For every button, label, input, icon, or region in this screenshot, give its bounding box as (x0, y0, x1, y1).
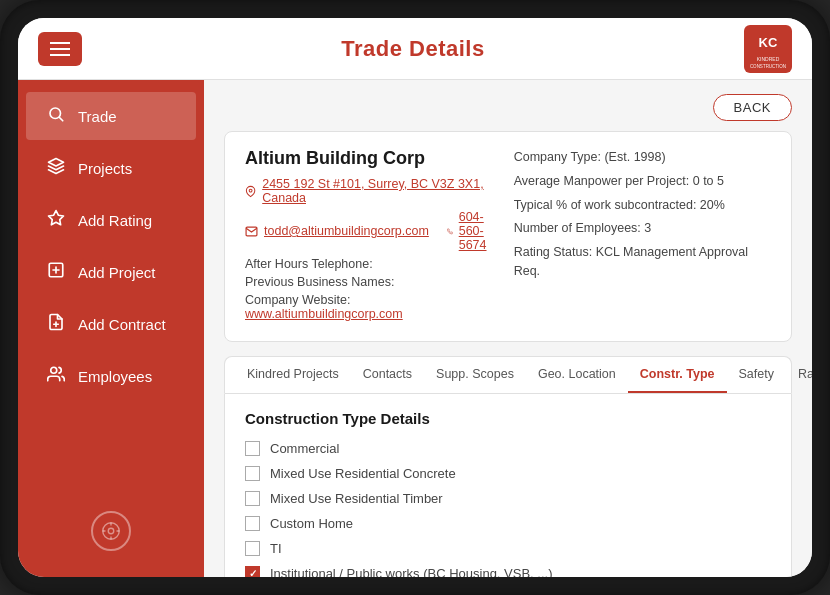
sidebar-label-trade: Trade (78, 108, 117, 125)
label-custom-home: Custom Home (270, 516, 353, 531)
main-content: BACK Altium Building Corp 2455 192 St #1… (204, 80, 812, 577)
checkbox-row-mixed-concrete: Mixed Use Residential Concrete (245, 466, 771, 481)
file-plus-icon (46, 313, 66, 335)
label-ti: TI (270, 541, 282, 556)
sidebar-item-add-project[interactable]: Add Project (26, 248, 196, 296)
checkbox-mixed-timber[interactable] (245, 491, 260, 506)
checkbox-row-custom-home: Custom Home (245, 516, 771, 531)
page-title: Trade Details (341, 36, 484, 62)
email-icon (245, 225, 258, 238)
location-icon (245, 185, 256, 198)
previous-business-row: Previous Business Names: (245, 275, 494, 289)
email-link[interactable]: todd@altiumbuildingcorp.com (264, 224, 429, 238)
sidebar-footer (18, 495, 204, 567)
back-button[interactable]: BACK (713, 94, 792, 121)
checkbox-institutional[interactable] (245, 566, 260, 577)
tab-supp-scopes[interactable]: Supp. Scopes (424, 357, 526, 393)
brand-logo: KC KINDRED CONSTRUCTION (744, 25, 792, 73)
company-card: Altium Building Corp 2455 192 St #101, S… (224, 131, 792, 342)
app-header: Trade Details KC KINDRED CONSTRUCTION (18, 18, 812, 80)
website-row: Company Website: www.altiumbuildingcorp.… (245, 293, 494, 321)
sidebar-footer-icon (91, 511, 131, 551)
hamburger-menu-button[interactable] (38, 32, 82, 66)
header-left (38, 32, 82, 66)
svg-point-20 (249, 189, 252, 192)
back-row: BACK (224, 94, 792, 121)
svg-point-15 (108, 528, 114, 534)
sidebar-label-projects: Projects (78, 160, 132, 177)
checkbox-commercial[interactable] (245, 441, 260, 456)
main-layout: Trade Projects (18, 80, 812, 577)
phone-icon (447, 225, 453, 238)
avg-manpower: Average Manpower per Project: 0 to 5 (514, 172, 771, 191)
label-mixed-timber: Mixed Use Residential Timber (270, 491, 443, 506)
rating-status: Rating Status: KCL Management Approval R… (514, 243, 771, 281)
checkbox-row-ti: TI (245, 541, 771, 556)
svg-text:CONSTRUCTION: CONSTRUCTION (750, 64, 786, 69)
previous-business-label: Previous Business Names: (245, 275, 394, 289)
sidebar-item-add-contract[interactable]: Add Contract (26, 300, 196, 348)
company-type: Company Type: (Est. 1998) (514, 148, 771, 167)
company-name: Altium Building Corp (245, 148, 494, 169)
sidebar-label-add-project: Add Project (78, 264, 156, 281)
contact-row: todd@altiumbuildingcorp.com 604-560-5674 (245, 210, 494, 252)
tab-safety[interactable]: Safety (727, 357, 786, 393)
sidebar: Trade Projects (18, 80, 204, 577)
layers-icon (46, 157, 66, 179)
label-commercial: Commercial (270, 441, 339, 456)
svg-line-5 (59, 117, 62, 120)
users-icon (46, 365, 66, 387)
address-link[interactable]: 2455 192 St #101, Surrey, BC V3Z 3X1, Ca… (262, 177, 493, 205)
svg-text:KC: KC (759, 35, 778, 50)
search-icon (46, 105, 66, 127)
tab-constr-type[interactable]: Constr. Type (628, 357, 727, 393)
checkbox-ti[interactable] (245, 541, 260, 556)
svg-marker-6 (49, 159, 64, 167)
tab-geo-location[interactable]: Geo. Location (526, 357, 628, 393)
company-info-left: Altium Building Corp 2455 192 St #101, S… (245, 148, 494, 325)
sidebar-item-employees[interactable]: Employees (26, 352, 196, 400)
checkbox-row-institutional: Institutional / Public works (BC Housing… (245, 566, 771, 577)
svg-point-13 (51, 367, 57, 373)
label-mixed-concrete: Mixed Use Residential Concrete (270, 466, 456, 481)
tab-kindred-projects[interactable]: Kindred Projects (235, 357, 351, 393)
checkbox-mixed-concrete[interactable] (245, 466, 260, 481)
star-icon (46, 209, 66, 231)
checkbox-row-mixed-timber: Mixed Use Residential Timber (245, 491, 771, 506)
company-info-right: Company Type: (Est. 1998) Average Manpow… (514, 148, 771, 325)
tab-content-constr-type: Construction Type Details Commercial Mix… (224, 393, 792, 577)
checkbox-row-commercial: Commercial (245, 441, 771, 456)
sidebar-label-employees: Employees (78, 368, 152, 385)
sidebar-item-trade[interactable]: Trade (26, 92, 196, 140)
after-hours-row: After Hours Telephone: (245, 257, 494, 271)
tab-ratings[interactable]: Ratings (786, 357, 812, 393)
label-institutional: Institutional / Public works (BC Housing… (270, 566, 553, 577)
checkbox-custom-home[interactable] (245, 516, 260, 531)
tab-contacts[interactable]: Contacts (351, 357, 424, 393)
tablet-screen: Trade Details KC KINDRED CONSTRUCTION Tr (18, 18, 812, 577)
tablet-frame: Trade Details KC KINDRED CONSTRUCTION Tr (0, 0, 830, 595)
phone-row: 604-560-5674 (447, 210, 494, 252)
section-title: Construction Type Details (245, 410, 771, 427)
sidebar-label-add-rating: Add Rating (78, 212, 152, 229)
after-hours-label: After Hours Telephone: (245, 257, 373, 271)
svg-text:KINDRED: KINDRED (757, 56, 780, 62)
svg-marker-7 (49, 211, 64, 225)
email-row: todd@altiumbuildingcorp.com (245, 224, 429, 238)
plus-square-icon (46, 261, 66, 283)
tabs-bar: Kindred Projects Contacts Supp. Scopes G… (224, 356, 792, 393)
sidebar-item-add-rating[interactable]: Add Rating (26, 196, 196, 244)
website-link[interactable]: www.altiumbuildingcorp.com (245, 307, 403, 321)
sidebar-item-projects[interactable]: Projects (26, 144, 196, 192)
pct-subcontracted: Typical % of work subcontracted: 20% (514, 196, 771, 215)
address-row: 2455 192 St #101, Surrey, BC V3Z 3X1, Ca… (245, 177, 494, 205)
sidebar-label-add-contract: Add Contract (78, 316, 166, 333)
website-label: Company Website: (245, 293, 350, 307)
num-employees: Number of Employees: 3 (514, 219, 771, 238)
phone-link[interactable]: 604-560-5674 (459, 210, 494, 252)
